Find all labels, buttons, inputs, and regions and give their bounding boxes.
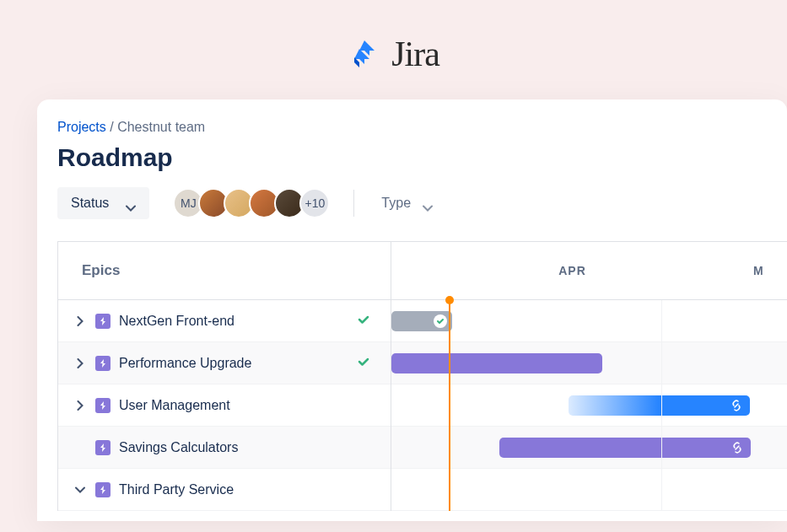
timeline-bar[interactable] xyxy=(499,438,751,458)
chevron-right-icon[interactable] xyxy=(73,357,87,370)
check-icon xyxy=(357,355,370,372)
epic-name: Performance Upgrade xyxy=(119,356,348,371)
epics-column-header: Epics xyxy=(58,242,391,300)
brand-name: Jira xyxy=(391,34,439,74)
epic-icon xyxy=(95,482,111,497)
avatar-stack[interactable]: MJ +10 xyxy=(173,188,330,218)
month-label: APR xyxy=(391,264,753,277)
epic-name: NextGen Front-end xyxy=(119,314,348,329)
timeline-row[interactable] xyxy=(391,342,787,384)
toolbar: Status MJ +10 Type xyxy=(57,187,787,219)
chevron-right-icon[interactable] xyxy=(73,314,87,328)
avatar-overflow[interactable]: +10 xyxy=(299,188,330,218)
timeline-column: APR M xyxy=(391,242,787,511)
type-filter-button[interactable]: Type xyxy=(378,189,436,218)
epic-row[interactable]: Third Party Service xyxy=(58,469,391,511)
brand-logo: Jira xyxy=(0,0,787,99)
breadcrumb-team: Chestnut team xyxy=(117,120,205,134)
epic-icon xyxy=(95,398,111,413)
epic-icon xyxy=(95,440,111,455)
epic-name: Third Party Service xyxy=(119,482,375,497)
epics-column: Epics NextGen Front-endPerformance Upgra… xyxy=(57,242,391,511)
type-filter-label: Type xyxy=(381,196,411,211)
link-icon xyxy=(730,399,743,412)
app-window: Projects / Chestnut team Roadmap Status … xyxy=(37,99,787,521)
epic-name: User Management xyxy=(119,398,375,413)
status-filter-button[interactable]: Status xyxy=(57,187,149,219)
timeline-bar[interactable] xyxy=(569,395,750,416)
epic-row[interactable]: NextGen Front-end xyxy=(58,300,391,342)
epic-row[interactable]: Performance Upgrade xyxy=(58,342,391,384)
chevron-down-icon xyxy=(423,200,433,207)
check-circle-icon xyxy=(434,314,447,328)
timeline-row[interactable] xyxy=(391,300,787,342)
status-filter-label: Status xyxy=(71,196,109,211)
timeline-bar[interactable] xyxy=(391,311,452,331)
link-icon xyxy=(730,441,744,454)
month-divider xyxy=(661,300,662,511)
today-indicator xyxy=(449,300,450,511)
epic-icon xyxy=(95,356,111,371)
chevron-down-icon[interactable] xyxy=(73,483,87,497)
timeline-row[interactable] xyxy=(391,469,787,511)
page-title: Roadmap xyxy=(57,143,787,172)
epic-name: Savings Calculators xyxy=(119,440,375,455)
check-icon xyxy=(357,313,370,330)
epic-row[interactable]: Savings Calculators xyxy=(58,427,391,469)
chevron-down-icon xyxy=(126,200,136,207)
timeline-bar[interactable] xyxy=(391,353,602,373)
timeline-header: APR M xyxy=(391,242,787,300)
breadcrumb: Projects / Chestnut team xyxy=(57,120,787,135)
today-dot-icon xyxy=(445,296,454,304)
timeline-body xyxy=(391,300,787,511)
chevron-right-icon[interactable] xyxy=(73,399,87,412)
timeline-row[interactable] xyxy=(391,384,787,427)
toolbar-divider xyxy=(353,190,354,217)
jira-icon xyxy=(348,37,381,71)
month-label: M xyxy=(753,264,787,277)
epic-icon xyxy=(95,314,111,329)
epic-row[interactable]: User Management xyxy=(58,384,391,427)
breadcrumb-projects-link[interactable]: Projects xyxy=(57,120,106,134)
roadmap-grid: Epics NextGen Front-endPerformance Upgra… xyxy=(57,241,787,511)
timeline-row[interactable] xyxy=(391,427,787,469)
